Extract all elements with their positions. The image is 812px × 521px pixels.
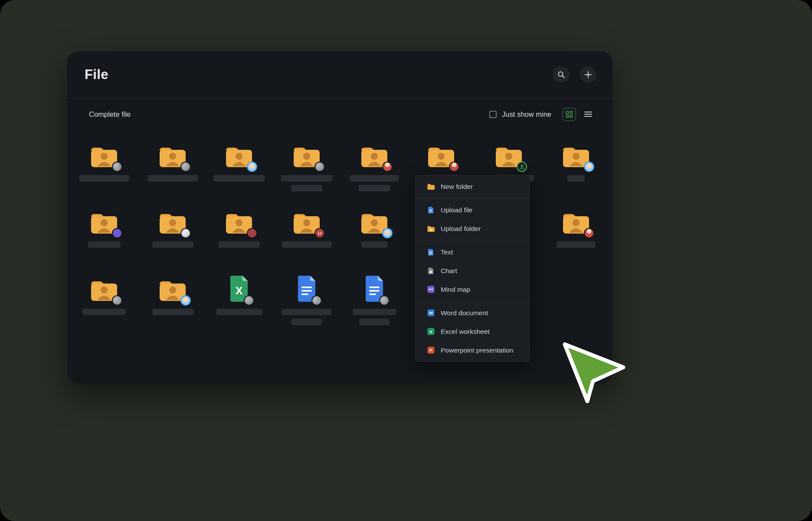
file-name-placeholder xyxy=(291,319,322,325)
avatar-badge-cat xyxy=(180,228,191,238)
svg-text:W: W xyxy=(429,310,433,315)
file-name-placeholder xyxy=(359,319,390,325)
folder-icon xyxy=(225,208,253,235)
menu-item-label: Chart xyxy=(441,267,457,275)
avatar-badge-gray xyxy=(311,295,322,306)
doc-icon xyxy=(295,275,318,303)
mindmap-icon xyxy=(426,286,435,293)
desktop-background: File Complete file xyxy=(0,0,812,521)
menu-item-new-folder[interactable]: New folder xyxy=(416,177,529,196)
folder-item[interactable] xyxy=(342,208,407,248)
folder-item[interactable] xyxy=(72,208,137,248)
menu-item-word-document[interactable]: WWord document xyxy=(416,303,529,322)
just-show-mine-checkbox[interactable] xyxy=(489,111,497,118)
just-show-mine-label[interactable]: Just show mine xyxy=(502,110,551,119)
folder-item[interactable] xyxy=(342,141,407,191)
menu-item-label: New folder xyxy=(441,183,473,191)
doc-icon xyxy=(363,275,386,303)
file-name-placeholder-group xyxy=(281,175,332,191)
toolbar: Complete file Just show mine xyxy=(67,99,612,130)
folder-icon xyxy=(292,141,321,169)
section-label: Complete file xyxy=(89,110,131,119)
avatar-badge-character xyxy=(449,162,459,172)
folder-item[interactable] xyxy=(206,208,272,248)
file-name-placeholder xyxy=(219,241,260,248)
menu-item-excel-worksheet[interactable]: xExcel worksheet xyxy=(416,322,529,341)
menu-item-upload-file[interactable]: Upload file xyxy=(416,201,529,219)
page-title: File xyxy=(85,67,108,82)
file-name-placeholder xyxy=(213,175,265,181)
folder-item[interactable] xyxy=(72,141,137,181)
avatar-badge-gray xyxy=(112,162,122,172)
avatar-badge-gray xyxy=(379,295,390,306)
svg-text:P: P xyxy=(429,348,432,353)
svg-text:X: X xyxy=(236,285,242,297)
avatar-badge-gray xyxy=(112,295,122,306)
folder-icon xyxy=(90,208,118,235)
file-name-placeholder xyxy=(361,241,387,248)
word-icon: W xyxy=(426,309,435,317)
avatar-badge-boy xyxy=(382,228,393,238)
folder-item[interactable] xyxy=(206,141,272,181)
menu-divider xyxy=(416,240,529,241)
file-name-placeholder-group xyxy=(82,309,126,315)
folder-item[interactable] xyxy=(140,141,205,181)
menu-item-mind-map[interactable]: Mind map xyxy=(416,280,529,299)
folder-icon: LI xyxy=(292,208,321,235)
folder-icon xyxy=(158,208,187,235)
menu-item-text[interactable]: Text xyxy=(416,243,529,261)
file-name-placeholder-group xyxy=(79,175,129,181)
file-name-placeholder-group xyxy=(152,309,193,315)
menu-item-label: Upload file xyxy=(441,206,472,214)
folder-icon xyxy=(562,141,590,169)
add-button[interactable] xyxy=(580,66,596,83)
folder-item[interactable] xyxy=(72,275,137,315)
folder-item[interactable] xyxy=(140,208,205,248)
folder-icon xyxy=(427,141,455,169)
folder-icon xyxy=(426,183,435,190)
menu-item-label: Word document xyxy=(441,309,488,317)
file-name-placeholder xyxy=(152,309,193,315)
text-icon xyxy=(426,248,435,256)
grid-view-icon xyxy=(566,111,573,118)
file-name-placeholder xyxy=(88,241,121,248)
menu-item-powerpoint-presentation[interactable]: PPowerpoint presentation xyxy=(416,341,529,359)
folder-icon xyxy=(360,208,389,235)
menu-divider xyxy=(416,301,529,301)
folder-item[interactable]: LI xyxy=(274,208,339,248)
folder-item[interactable] xyxy=(544,141,609,181)
list-view-button[interactable] xyxy=(581,108,595,121)
avatar-badge-boy xyxy=(247,162,257,172)
folder-icon xyxy=(360,141,389,169)
avatar-badge-gray xyxy=(180,162,191,172)
avatar-badge-purple xyxy=(112,228,122,238)
folder-item[interactable] xyxy=(274,141,339,191)
folder-icon xyxy=(225,141,253,169)
excel-item[interactable]: X xyxy=(206,275,272,315)
folder-icon xyxy=(494,141,523,169)
folder-item[interactable] xyxy=(140,275,205,315)
grid-view-button[interactable] xyxy=(563,108,576,121)
file-name-placeholder xyxy=(216,309,262,315)
file-name-placeholder-group xyxy=(88,241,121,248)
plus-icon xyxy=(584,71,592,79)
doc-item[interactable] xyxy=(274,275,339,325)
context-menu: New folderUpload fileUpload folderTextCh… xyxy=(415,175,530,362)
search-button[interactable] xyxy=(553,66,570,83)
avatar-badge-character xyxy=(382,162,393,172)
menu-item-upload-folder[interactable]: Upload folder xyxy=(416,219,529,238)
menu-item-label: Upload folder xyxy=(441,225,481,233)
chart-icon xyxy=(426,267,435,275)
avatar-badge-boy xyxy=(180,295,191,306)
file-name-placeholder xyxy=(282,309,332,315)
window-header: File xyxy=(67,51,612,98)
list-view-icon xyxy=(584,111,592,117)
menu-item-chart[interactable]: Chart xyxy=(416,261,529,280)
avatar-badge-boy xyxy=(584,162,594,172)
file-name-placeholder xyxy=(353,309,396,315)
excel-icon: X xyxy=(228,275,250,303)
folder-upload-icon xyxy=(426,225,435,232)
doc-item[interactable] xyxy=(342,275,407,325)
folder-item[interactable] xyxy=(544,208,609,248)
avatar-badge-gray xyxy=(244,295,254,306)
